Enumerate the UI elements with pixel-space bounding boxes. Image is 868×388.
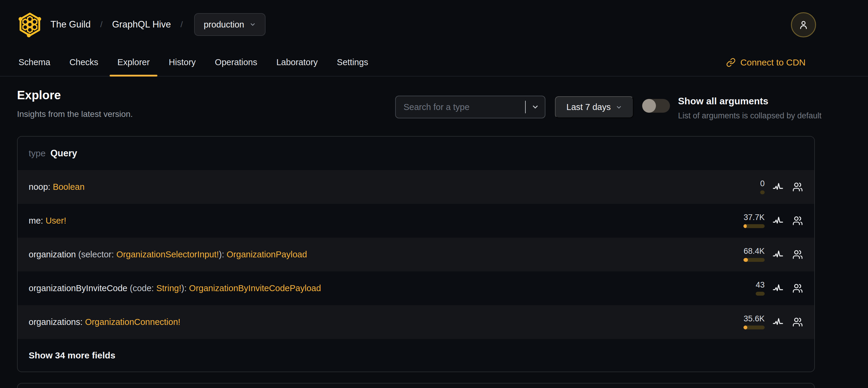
activity-pulse-icon (772, 181, 783, 192)
field-clients-button[interactable] (793, 249, 803, 260)
field-text: ): (219, 249, 227, 259)
field-row: organizations: OrganizationConnection! 3… (18, 305, 814, 339)
field-insights-button[interactable] (772, 215, 783, 226)
field-usage-stat: 37.7K (743, 213, 765, 228)
usage-bar (743, 258, 765, 262)
field-rows: noop: Boolean 0 me: User! 37.7K (18, 170, 814, 339)
usage-bar-fill (743, 326, 747, 329)
field-row: organization (selector: OrganizationSele… (18, 238, 814, 271)
hive-logo-icon (17, 12, 43, 37)
field-text: organization (29, 249, 78, 259)
type-name: Query (51, 148, 78, 159)
user-menu-button[interactable] (791, 12, 816, 37)
tab-settings[interactable]: Settings (329, 49, 376, 76)
search-dropdown-button[interactable] (526, 96, 545, 118)
link-icon (726, 58, 736, 67)
page-title: Explore (17, 88, 61, 102)
tab-operations[interactable]: Operations (207, 49, 265, 76)
toggle-knob (642, 99, 656, 113)
type-link[interactable]: User! (45, 216, 66, 226)
field-usage-stat: 68.4K (743, 247, 765, 262)
field-signature: organizations: OrganizationConnection! (29, 317, 743, 327)
field-clients-button[interactable] (793, 215, 803, 226)
chevron-down-icon (531, 103, 539, 111)
field-text: me: (29, 216, 45, 226)
type-link[interactable]: OrganizationSelectorInput! (116, 249, 219, 259)
field-signature: noop: Boolean (29, 182, 760, 192)
target-selector-dropdown[interactable]: production (194, 13, 266, 36)
show-all-arguments-hint: List of arguments is collapsed by defaul… (678, 111, 822, 120)
users-icon (793, 182, 803, 192)
field-row: organizationByInviteCode (code: String!)… (18, 271, 814, 305)
tab-checks[interactable]: Checks (62, 49, 106, 76)
connect-to-cdn-label: Connect to CDN (740, 57, 806, 67)
show-all-arguments-label: Show all arguments (678, 96, 768, 107)
breadcrumb-project[interactable]: GraphQL Hive (112, 19, 171, 30)
field-row: noop: Boolean 0 (18, 170, 814, 204)
field-clients-button[interactable] (793, 182, 803, 192)
usage-bar-fill (743, 224, 747, 228)
page-subtitle: Insights from the latest version. (17, 110, 133, 119)
activity-pulse-icon (772, 249, 783, 260)
field-clients-button[interactable] (793, 283, 803, 294)
type-card-query: type Query noop: Boolean 0 me: User! (17, 136, 815, 372)
tab-explorer[interactable]: Explorer (110, 49, 157, 76)
type-search-input[interactable] (396, 102, 525, 112)
period-selector-dropdown[interactable]: Last 7 days (555, 96, 633, 118)
activity-pulse-icon (772, 215, 783, 226)
chevron-down-icon (616, 104, 622, 111)
type-link[interactable]: OrganizationConnection! (85, 317, 180, 327)
type-kind-label: type (29, 148, 46, 158)
field-insights-button[interactable] (772, 181, 783, 192)
breadcrumb-separator: / (179, 20, 185, 29)
field-signature: me: User! (29, 216, 743, 226)
usage-bar (743, 224, 765, 228)
user-icon (798, 20, 809, 30)
users-icon (793, 283, 803, 294)
top-bar: The Guild / GraphQL Hive / production Sc… (0, 0, 868, 77)
connect-to-cdn-link[interactable]: Connect to CDN (726, 57, 806, 67)
field-signature: organization (selector: OrganizationSele… (29, 249, 743, 260)
tab-history[interactable]: History (161, 49, 204, 76)
breadcrumb-org[interactable]: The Guild (51, 19, 91, 30)
field-insights-button[interactable] (772, 249, 783, 260)
field-row: me: User! 37.7K (18, 204, 814, 238)
breadcrumb-separator: / (98, 20, 104, 29)
show-more-fields-button[interactable]: Show 34 more fields (18, 339, 814, 372)
field-text: (selector: (78, 249, 116, 259)
users-icon (793, 317, 803, 327)
usage-bar (756, 292, 765, 296)
type-link[interactable]: OrganizationByInviteCodePayload (189, 283, 321, 293)
field-insights-button[interactable] (772, 283, 783, 294)
activity-pulse-icon (772, 317, 783, 328)
users-icon (793, 249, 803, 260)
field-text: (code: (130, 283, 156, 293)
field-text: noop: (29, 182, 53, 191)
usage-count: 35.6K (743, 315, 765, 323)
usage-bar (760, 190, 765, 194)
tab-laboratory[interactable]: Laboratory (269, 49, 326, 76)
field-insights-button[interactable] (772, 317, 783, 328)
nav-tabs: Schema Checks Explorer History Operation… (11, 49, 376, 76)
field-usage-stat: 0 (760, 180, 765, 194)
type-link[interactable]: String! (156, 283, 181, 293)
type-link[interactable]: Boolean (53, 182, 85, 191)
chevron-down-icon (249, 21, 256, 28)
field-usage-stat: 43 (756, 281, 765, 296)
next-type-card (17, 383, 815, 388)
usage-count: 37.7K (743, 213, 765, 221)
breadcrumb: The Guild / GraphQL Hive / production (17, 0, 266, 49)
field-usage-stat: 35.6K (743, 315, 765, 329)
field-clients-button[interactable] (793, 317, 803, 327)
show-all-arguments-toggle[interactable] (642, 99, 670, 113)
field-text: organizationByInviteCode (29, 283, 130, 293)
target-selector-label: production (204, 20, 244, 30)
usage-bar-fill (743, 258, 748, 262)
usage-count: 43 (756, 281, 765, 289)
period-selector-label: Last 7 days (566, 102, 611, 112)
field-text: organizations: (29, 317, 85, 327)
usage-count: 68.4K (743, 247, 765, 255)
tab-schema[interactable]: Schema (11, 49, 58, 76)
type-link[interactable]: OrganizationPayload (227, 249, 307, 259)
type-search-box (395, 96, 546, 118)
